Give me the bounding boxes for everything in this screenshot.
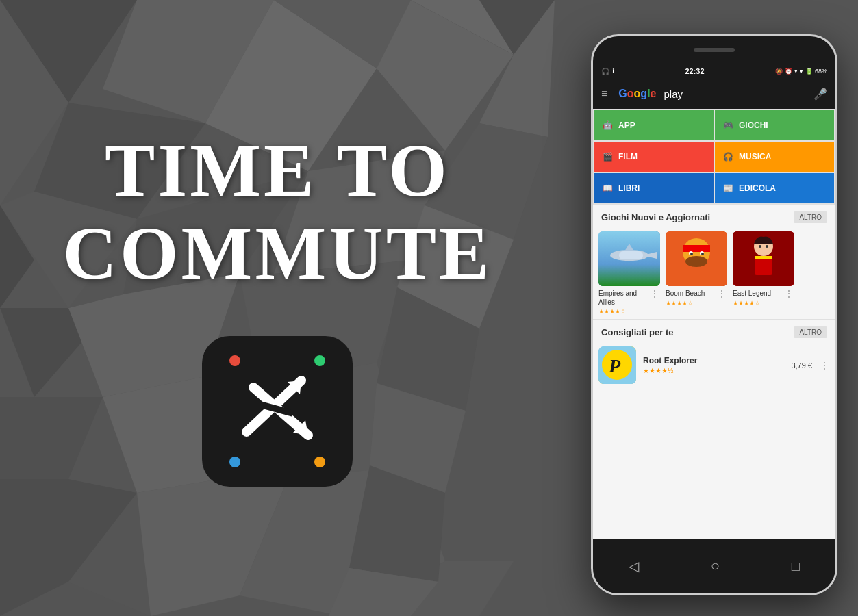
svg-point-54 (766, 245, 768, 248)
cat-giochi-tile[interactable]: 🎮 GIOCHI (715, 110, 834, 140)
phone-screen: 🎧 ℹ 22:32 🔕 ⏰ ▾ ▾ 🔋 68% ≡ (593, 64, 835, 539)
game-boom-menu[interactable]: ⋮ (716, 289, 727, 298)
category-grid: 🤖 APP 🎮 GIOCHI 🎬 FILM 🎧 MUSICA 📖 (593, 109, 835, 205)
game-east-thumb (733, 231, 794, 286)
game-empires-menu[interactable]: ⋮ (649, 289, 660, 298)
game-boom-info: Boom Beach ⋮ (666, 289, 727, 298)
game-boom-thumb (666, 231, 727, 286)
game-boom-card[interactable]: Boom Beach ⋮ ★★★★☆ (666, 231, 727, 315)
wifi-icon: ▾ (794, 68, 798, 75)
game-east-name: East Legend (733, 289, 783, 298)
phone-nav: ◁ ○ □ (593, 539, 835, 593)
battery-level: 68% (815, 68, 827, 75)
left-content: Time to Commute (0, 0, 555, 616)
svg-rect-55 (755, 256, 772, 259)
games-row: Empires and Allies ⋮ ★★★★☆ (593, 227, 835, 319)
app-icon[interactable] (202, 336, 353, 487)
status-time: 22:32 (685, 67, 704, 75)
status-left: 🎧 ℹ (601, 68, 614, 75)
game-empires-thumb (598, 231, 660, 286)
dot-blue (229, 457, 240, 467)
dot-orange (314, 457, 325, 467)
rec-root-stars: ★★★★½ (643, 367, 784, 374)
dot-red (229, 355, 240, 366)
rec-root-menu[interactable]: ⋮ (819, 361, 830, 370)
cat-edicola-label: EDICOLA (739, 183, 776, 193)
cat-film-label: FILM (618, 152, 638, 162)
consigliati-header: Consigliati per te ALTRO (593, 319, 835, 342)
signal-icon: ▾ (800, 68, 803, 75)
rec-root-thumb: P (598, 346, 636, 384)
svg-point-49 (685, 256, 707, 267)
svg-rect-39 (619, 251, 643, 259)
game-empires-card[interactable]: Empires and Allies ⋮ ★★★★☆ (598, 231, 660, 315)
game-east-stars: ★★★★☆ (733, 300, 794, 307)
battery-icon: 🔋 (805, 68, 813, 75)
cat-film-tile[interactable]: 🎬 FILM (594, 142, 714, 172)
cat-musica-label: MUSICA (739, 152, 771, 162)
cat-musica-tile[interactable]: 🎧 MUSICA (715, 142, 834, 172)
nav-home-button[interactable]: ○ (711, 557, 720, 575)
game-east-menu[interactable]: ⋮ (783, 289, 794, 298)
play-text: play (664, 88, 683, 100)
svg-point-53 (759, 245, 761, 248)
game-empires-stars: ★★★★☆ (598, 308, 660, 315)
phone-notch (593, 36, 835, 64)
recommended-row[interactable]: P Root Explorer ★★★★½ 3,79 € ⋮ (593, 342, 835, 388)
games-altro-button[interactable]: ALTRO (794, 211, 827, 223)
rec-root-price: 3,79 € (791, 361, 812, 370)
cat-libri-tile[interactable]: 📖 LIBRI (594, 173, 714, 203)
status-right: 🔕 ⏰ ▾ ▾ 🔋 68% (775, 68, 827, 75)
cat-app-tile[interactable]: 🤖 APP (594, 110, 714, 140)
app-icon-emoji: 🤖 (603, 120, 613, 130)
svg-point-47 (690, 253, 693, 255)
film-icon-emoji: 🎬 (603, 152, 613, 162)
libri-icon-emoji: 📖 (603, 183, 613, 193)
headphone-icon: 🎧 (601, 68, 609, 75)
svg-rect-52 (755, 256, 772, 275)
game-east-card[interactable]: East Legend ⋮ ★★★★☆ (733, 231, 794, 315)
rec-root-name: Root Explorer (643, 356, 784, 365)
cat-app-label: APP (618, 120, 635, 130)
nav-back-button[interactable]: ◁ (629, 558, 639, 574)
svg-rect-44 (683, 245, 710, 252)
arrows-icon (233, 367, 322, 456)
gplay-logo: Google play (618, 88, 683, 100)
games-section-title: Giochi Nuovi e Aggiornati (601, 212, 710, 222)
nav-recent-button[interactable]: □ (792, 559, 800, 574)
cat-libri-label: LIBRI (618, 183, 640, 193)
game-east-info: East Legend ⋮ (733, 289, 794, 298)
musica-icon-emoji: 🎧 (723, 152, 733, 162)
mute-icon: 🔕 (775, 68, 783, 75)
status-bar: 🎧 ℹ 22:32 🔕 ⏰ ▾ ▾ 🔋 68% (593, 64, 835, 79)
gplay-header: ≡ Google play 🎤 (593, 79, 835, 109)
consigliati-altro-button[interactable]: ALTRO (794, 326, 827, 338)
game-boom-stars: ★★★★☆ (666, 300, 727, 307)
dot-green (314, 355, 325, 366)
rec-root-info: Root Explorer ★★★★½ (643, 356, 784, 374)
game-empires-name: Empires and Allies (598, 289, 649, 307)
edicola-icon-emoji: 📰 (723, 183, 733, 193)
game-boom-name: Boom Beach (666, 289, 716, 298)
phone-shell: 🎧 ℹ 22:32 🔕 ⏰ ▾ ▾ 🔋 68% ≡ (591, 34, 837, 595)
info-icon: ℹ (612, 68, 614, 75)
game-empires-info: Empires and Allies ⋮ (598, 289, 660, 307)
giochi-icon-emoji: 🎮 (723, 120, 733, 130)
consigliati-title: Consigliati per te (601, 327, 673, 337)
games-section-header: Giochi Nuovi e Aggiornati ALTRO (593, 205, 835, 227)
cat-edicola-tile[interactable]: 📰 EDICOLA (715, 173, 834, 203)
phone-wrapper: 🎧 ℹ 22:32 🔕 ⏰ ▾ ▾ 🔋 68% ≡ (591, 34, 837, 595)
svg-point-48 (701, 253, 704, 255)
cat-giochi-label: GIOCHI (739, 120, 768, 130)
hamburger-icon[interactable]: ≡ (601, 88, 607, 100)
speaker-slot (694, 48, 735, 52)
svg-text:P: P (608, 355, 621, 376)
main-title: Time to Commute (63, 129, 492, 295)
alarm-icon: ⏰ (785, 68, 792, 75)
mic-icon[interactable]: 🎤 (813, 88, 827, 101)
